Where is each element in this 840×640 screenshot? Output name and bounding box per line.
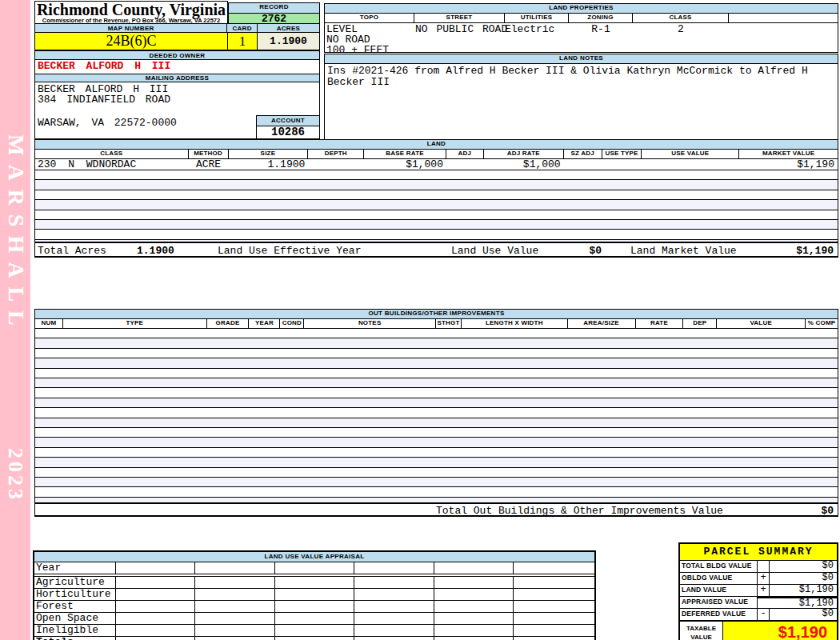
empty-cell (354, 562, 434, 574)
empty-cell (354, 637, 434, 640)
land-col-adj-rate: ADJ RATE (484, 150, 564, 158)
empty-cell (275, 562, 355, 574)
land-col-use-type: USE TYPE (602, 150, 642, 158)
empty-cell (116, 613, 196, 624)
ob-col-rate: RATE (636, 319, 684, 328)
map-number-value: 24B(6)C (34, 33, 228, 50)
empty-cell (434, 601, 514, 612)
col-street: STREET (414, 14, 505, 22)
ps-op-land-value: + (758, 585, 770, 596)
street-value: NO PUBLIC ROAD (415, 24, 507, 34)
account-value: 10286 (257, 126, 319, 138)
out-buildings-total-label: Total Out Buildings & Other Improvements… (436, 506, 723, 517)
empty-cell (354, 625, 434, 636)
land-col-use-value: USE VALUE (642, 150, 739, 158)
empty-cell (514, 625, 594, 636)
land-properties-section: LAND PROPERTIES TOPO STREET UTILITIES ZO… (324, 3, 838, 53)
value-word: VALUE (680, 633, 722, 640)
ob-col-sthgt: STHGT (436, 319, 462, 328)
empty-cell (195, 613, 275, 624)
ob-col-dep: DEP (683, 319, 717, 328)
ps-label-obldg: OBLDG VALUE (680, 573, 758, 584)
ps-label-taxable: TAXABLE VALUE (680, 622, 723, 640)
empty-cell (514, 613, 594, 624)
ps-label-total-bldg: TOTAL BLDG VALUE (680, 561, 758, 572)
lua-label-horticulture: Horticulture (34, 589, 116, 600)
ps-op-deferred: - (758, 609, 770, 620)
land-col-depth: DEPTH (308, 150, 364, 158)
empty-cell (195, 625, 275, 636)
county-title: Richmond County, Virginia (35, 2, 227, 18)
empty-cell (195, 601, 275, 612)
ob-col-num: NUM (35, 319, 63, 328)
lua-label-ineligible: Ineligible (34, 625, 116, 636)
empty-cell (434, 577, 514, 588)
total-acres-label: Total Acres (38, 246, 106, 257)
land-size-value: 1.1900 (229, 159, 309, 170)
ob-col-notes: NOTES (304, 319, 436, 328)
empty-cell (275, 577, 355, 588)
land-col-method: METHOD (189, 150, 229, 158)
land-use-effective-year-label: Land Use Effective Year (218, 246, 361, 257)
ps-value-total-bldg: $0 (770, 561, 837, 572)
land-header-row: CLASS METHOD SIZE DEPTH BASE RATE ADJ AD… (34, 150, 838, 159)
acres-value: 1.1900 (258, 33, 320, 50)
empty-cell (354, 613, 434, 624)
account-label: ACCOUNT (257, 115, 319, 126)
land-adj-rate-value: $1,000 (484, 159, 564, 170)
card-label: CARD (227, 23, 258, 33)
ob-col-grade: GRADE (207, 319, 250, 328)
lua-label-year: Year (34, 562, 116, 574)
mailing-line-3: WARSAW, VA 22572-0000 (38, 118, 177, 128)
empty-cell (514, 637, 594, 640)
land-use-appraisal-title: LAND USE VALUE APPRAISAL (33, 550, 596, 562)
card-value: 1 (228, 33, 258, 50)
empty-cell (434, 613, 514, 624)
empty-cell (195, 577, 275, 588)
lua-label-totals: Totals (34, 637, 116, 640)
ps-op-obldg: + (758, 573, 770, 584)
empty-cell (116, 577, 196, 588)
land-col-size: SIZE (229, 150, 309, 158)
empty-cell (354, 577, 434, 588)
out-buildings-empty-rows (34, 329, 838, 506)
record-block: RECORD 2762 (228, 2, 320, 23)
col-topo: TOPO (325, 14, 414, 22)
lua-row-open-space: Open Space (33, 613, 596, 625)
ob-col-area-size: AREA/SIZE (568, 319, 636, 328)
map-number-label: MAP NUMBER (34, 23, 227, 33)
lua-row-agriculture: Agriculture (33, 576, 596, 589)
land-properties-title: LAND PROPERTIES (325, 4, 838, 14)
empty-cell (116, 589, 196, 600)
land-empty-rows (34, 170, 838, 246)
ps-row-total-bldg: TOTAL BLDG VALUE $0 (680, 561, 837, 573)
ps-row-land-value: LAND VALUE + $1,190 (680, 585, 837, 597)
lua-row-year: Year (33, 562, 596, 574)
empty-cell (116, 637, 196, 640)
ps-value-obldg: $0 (770, 573, 837, 584)
property-record-card: MARSHALL 2023 Richmond County, Virginia … (0, 0, 840, 640)
empty-cell (275, 625, 355, 636)
land-market-value-total: $1,190 (796, 246, 834, 257)
ob-col-length-width: LENGTH X WIDTH (462, 319, 568, 328)
ps-value-deferred: $0 (770, 609, 837, 620)
out-buildings-section: OUT BUILDINGS/OTHER IMPROVEMENTS NUM TYP… (34, 309, 838, 506)
ps-row-appraised: APPRAISED VALUE $1,190 (680, 597, 837, 609)
empty-cell (195, 562, 275, 574)
lua-row-totals: Totals (33, 637, 596, 640)
ob-col-year: YEAR (249, 319, 280, 328)
land-notes-title: LAND NOTES (325, 54, 838, 64)
empty-cell (195, 637, 275, 640)
empty-cell (275, 601, 355, 612)
taxable-word: TAXABLE (680, 624, 722, 633)
deeded-owner-value: BECKER ALFORD H III (34, 60, 320, 74)
land-notes-section: LAND NOTES Ins #2021-426 from Alfred H B… (324, 54, 838, 141)
map-value-row: 24B(6)C 1 1.1900 (34, 33, 320, 50)
empty-cell (434, 637, 514, 640)
parcel-summary-title: PARCEL SUMMARY (680, 544, 837, 561)
out-buildings-title: OUT BUILDINGS/OTHER IMPROVEMENTS (34, 309, 838, 319)
empty-cell (116, 625, 196, 636)
empty-cell (514, 601, 594, 612)
ps-label-land-value: LAND VALUE (680, 585, 758, 596)
sidebar: MARSHALL 2023 (0, 0, 30, 640)
